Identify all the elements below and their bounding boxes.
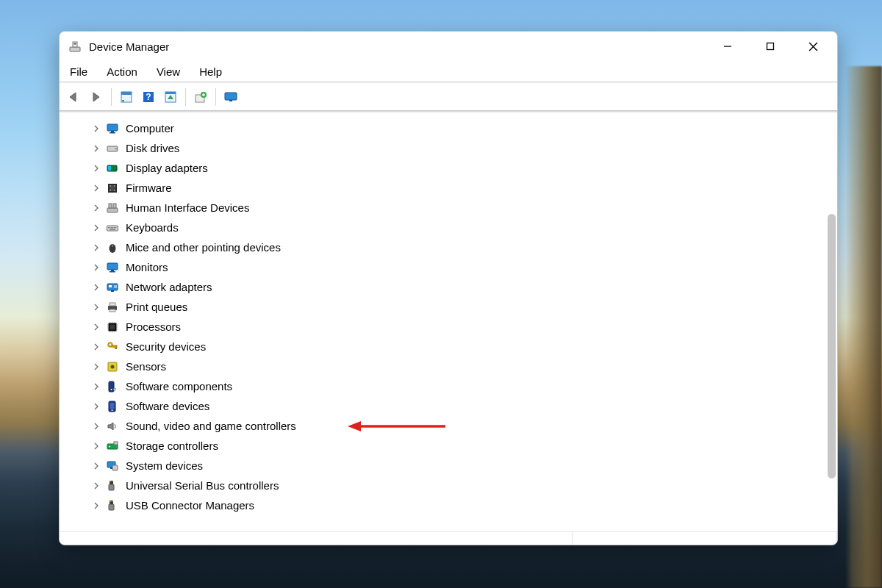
sensor-icon [105,359,120,374]
forward-button[interactable] [86,87,107,107]
tree-node-label: Sensors [126,360,166,373]
menu-help[interactable]: Help [198,64,223,79]
tree-node-label: Sound, video and game controllers [126,420,296,432]
chevron-right-icon[interactable] [90,420,102,432]
scrollbar-thumb[interactable] [828,214,836,478]
svg-rect-33 [107,226,118,231]
chevron-right-icon[interactable] [90,162,102,174]
tree-node[interactable]: Monitors [60,257,827,277]
tree-node[interactable]: USB Connector Managers [60,495,827,515]
svg-rect-79 [110,501,111,501]
help-button[interactable]: ? [138,87,159,107]
toolbar: ? [60,82,837,110]
close-button[interactable] [792,32,834,61]
svg-rect-17 [111,131,114,132]
chevron-right-icon[interactable] [90,460,102,472]
tree-node[interactable]: Firmware [60,178,827,198]
window-title: Device Manager [89,40,169,53]
tree-node[interactable]: Sensors [60,356,827,376]
tree-node[interactable]: Software devices [60,396,827,416]
svg-rect-31 [109,204,112,208]
svg-rect-6 [121,92,132,95]
chevron-right-icon[interactable] [90,242,102,254]
svg-rect-48 [109,285,112,287]
tree-node[interactable]: Processors [60,317,827,337]
tree-node-label: Keyboards [126,221,179,234]
status-bar [60,531,837,545]
chevron-right-icon[interactable] [90,282,102,293]
maximize-button[interactable] [749,32,792,61]
menu-view[interactable]: View [155,64,182,79]
scan-hardware-button[interactable] [160,87,181,107]
tree-node[interactable]: Computer [60,118,827,138]
svg-rect-81 [109,504,114,510]
menu-file[interactable]: File [68,64,89,79]
chevron-right-icon[interactable] [90,341,102,353]
svg-text:?: ? [146,92,151,102]
tree-node[interactable]: Universal Serial Bus controllers [60,476,827,495]
svg-rect-16 [107,124,118,131]
svg-rect-32 [113,204,116,208]
chevron-right-icon[interactable] [90,440,102,452]
chevron-right-icon[interactable] [90,301,102,313]
minimize-button[interactable] [706,32,749,61]
svg-rect-44 [111,270,114,271]
svg-rect-75 [110,481,111,481]
tree-node[interactable]: Sound, video and game controllers [60,416,827,436]
update-driver-button[interactable] [190,87,211,107]
chevron-right-icon[interactable] [90,361,102,373]
chevron-right-icon[interactable] [90,500,102,512]
chevron-right-icon[interactable] [90,480,102,492]
monitor-button[interactable] [220,87,241,107]
tree-node[interactable]: Security devices [60,337,827,356]
chevron-right-icon[interactable] [90,222,102,234]
tree-node[interactable]: Mice and other pointing devices [60,237,827,257]
chevron-right-icon[interactable] [90,262,102,273]
tree-node[interactable]: Print queues [60,297,827,317]
chevron-right-icon[interactable] [90,182,102,194]
svg-point-55 [110,343,111,345]
tree-node[interactable]: Human Interface Devices [60,198,827,218]
menu-action[interactable]: Action [105,64,139,79]
svg-rect-18 [110,132,115,134]
svg-rect-3 [724,46,731,47]
cpu-icon [105,320,120,334]
svg-rect-74 [110,481,113,484]
tree-node-label: Monitors [126,261,168,273]
svg-rect-26 [110,185,111,187]
svg-rect-64 [110,403,115,409]
tree-node[interactable]: Storage controllers [60,436,827,456]
key-icon [105,340,120,354]
chevron-right-icon[interactable] [90,202,102,214]
tree-node[interactable]: Network adapters [60,277,827,297]
storage-ctrl-icon [105,439,120,453]
device-tree[interactable]: Computer Disk drives Display adapters Fi… [60,114,827,531]
chevron-right-icon[interactable] [90,321,102,333]
usb-icon [105,498,120,513]
svg-rect-69 [114,442,118,445]
properties-button[interactable] [116,87,137,107]
tree-node[interactable]: Disk drives [60,138,827,158]
chevron-right-icon[interactable] [90,401,102,412]
tree-node[interactable]: Keyboards [60,218,827,237]
sw-dev-icon [105,399,120,414]
svg-rect-51 [110,309,115,312]
chevron-right-icon[interactable] [90,143,102,154]
titlebar[interactable]: Device Manager [60,32,837,61]
svg-rect-14 [225,93,237,100]
usb-icon [105,478,120,493]
tree-node-label: Display adapters [126,162,208,174]
nic-icon [105,280,120,295]
svg-rect-43 [107,263,118,270]
tree-node[interactable]: System devices [60,456,827,476]
tree-node[interactable]: Display adapters [60,158,827,178]
back-button[interactable] [64,87,85,107]
monitor-icon [105,121,120,136]
chevron-right-icon[interactable] [90,381,102,392]
tree-node[interactable]: Software components [60,376,827,396]
chevron-right-icon[interactable] [90,123,102,135]
svg-rect-7 [122,100,124,101]
speaker-icon [105,419,120,434]
device-manager-window: Device Manager File Action View Help ? [59,31,838,545]
sw-comp-icon [105,379,120,394]
